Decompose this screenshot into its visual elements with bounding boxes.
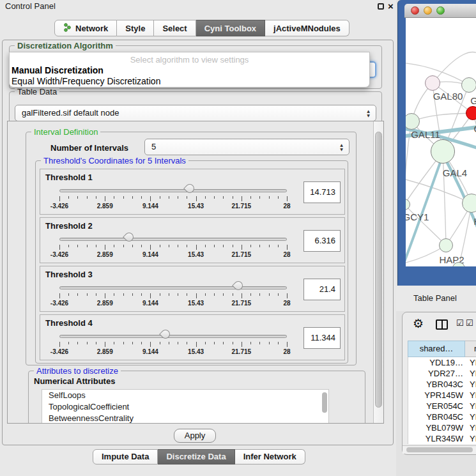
table-data-combo[interactable]: galFiltered.sif default node ▲▼: [15, 105, 376, 121]
network-node[interactable]: [466, 106, 476, 120]
checkbox-icon[interactable]: ☑: [466, 318, 473, 328]
popup-item-manual-discretization[interactable]: Manual Discretization: [12, 65, 104, 75]
tick-mark: [242, 293, 242, 298]
table-row[interactable]: YDR27…YDR2: [408, 368, 476, 379]
settings-vertical-scrollbar[interactable]: [373, 121, 383, 423]
combo-arrows-icon: ▲▼: [339, 142, 344, 151]
tab-jactivemnodules[interactable]: jActiveMNodules: [265, 20, 349, 36]
node-label: GAL11: [411, 129, 440, 140]
minimize-traffic-light-icon[interactable]: [424, 6, 432, 15]
checkbox-icon[interactable]: ☑: [456, 318, 464, 328]
tick-mark: [87, 342, 88, 344]
scrollbar-thumb[interactable]: [375, 132, 382, 408]
tick-mark: [87, 245, 88, 247]
tick-mark: [105, 245, 105, 250]
apply-button[interactable]: Apply: [174, 429, 216, 443]
tab-infer-network[interactable]: Infer Network: [235, 449, 305, 464]
network-node[interactable]: [461, 77, 476, 93]
tick-mark: [259, 196, 260, 199]
threshold-value-field[interactable]: 21.4: [303, 279, 341, 300]
tick-mark: [214, 293, 215, 296]
slider-track[interactable]: [59, 335, 287, 338]
network-canvas[interactable]: GAL80GCGAL11GAL4GCY1HHAP2: [406, 18, 476, 266]
cell-name: YDR2: [470, 368, 476, 379]
combo-value: galFiltered.sif default node: [22, 108, 119, 118]
network-node[interactable]: [439, 238, 453, 252]
table-row[interactable]: YLR345WYLR3: [408, 433, 476, 444]
threshold-value-field[interactable]: 11.344: [303, 327, 341, 349]
list-scrollbar[interactable]: [322, 392, 327, 413]
tab-style[interactable]: Style: [117, 20, 154, 36]
tick-label: -3.426: [50, 203, 68, 210]
column-header-name[interactable]: na: [465, 341, 476, 357]
threshold-value-field[interactable]: 14.713: [303, 181, 341, 203]
list-item[interactable]: BetweennessCentrality: [42, 413, 328, 424]
tick-mark: [287, 342, 288, 347]
tick-mark: [214, 196, 215, 199]
slider-thumb[interactable]: [232, 279, 245, 292]
tick-label: 28: [283, 203, 290, 210]
cell-shared-name: YBL079W: [408, 422, 463, 433]
tick-mark: [233, 342, 233, 344]
float-window-icon[interactable]: [378, 3, 384, 10]
tick-mark: [141, 196, 142, 199]
table-row[interactable]: YBL079WYBL0: [408, 422, 476, 433]
tab-select[interactable]: Select: [154, 20, 196, 36]
network-node[interactable]: [462, 194, 476, 213]
tick-mark: [269, 293, 270, 296]
number-of-intervals-combo[interactable]: 5 ▲▼: [144, 139, 349, 155]
group-title: Threshold's Coordinates for 5 Intervals: [41, 156, 188, 165]
list-item[interactable]: TopologicalCoefficient: [42, 401, 328, 413]
threshold-panel: Threshold 3-3.4262.8599.14415.4321.71528…: [40, 266, 345, 312]
network-node[interactable]: [425, 75, 440, 91]
tick-mark: [160, 196, 160, 199]
table-row[interactable]: YPR145WYPR1: [408, 390, 476, 401]
table-row[interactable]: YER054CYER0: [408, 401, 476, 411]
tab-cyni-toolbox[interactable]: Cyni Toolbox: [196, 20, 265, 36]
tick-mark: [187, 245, 187, 247]
cell-shared-name: YBR045C: [408, 411, 463, 422]
zoom-traffic-light-icon[interactable]: [436, 6, 445, 15]
table-horizontal-scrollbar[interactable]: [403, 445, 476, 454]
panel-title: Control Panel: [5, 1, 56, 11]
tick-label: 21.715: [232, 203, 252, 210]
table-row[interactable]: YDL19…YDL1: [408, 357, 476, 368]
tick-mark: [205, 293, 206, 296]
tick-mark: [87, 293, 88, 296]
list-item[interactable]: SelfLoops: [42, 390, 328, 401]
tick-label: 2.859: [97, 348, 113, 355]
tick-label: 2.859: [97, 300, 113, 307]
cell-shared-name: YDL19…: [408, 357, 463, 368]
network-node[interactable]: [431, 139, 455, 164]
table-row[interactable]: YBR043CYBR0: [408, 379, 476, 390]
tick-mark: [233, 196, 233, 199]
tick-mark: [114, 342, 114, 344]
tick-mark: [278, 245, 279, 247]
cell-shared-name: YPR145W: [408, 390, 463, 401]
slider-track[interactable]: [59, 286, 287, 289]
close-icon[interactable]: ×: [388, 1, 394, 12]
close-traffic-light-icon[interactable]: [411, 6, 419, 15]
tick-mark: [233, 293, 233, 296]
tab-network[interactable]: Network: [54, 20, 117, 36]
group-title: Interval Definition: [31, 127, 100, 137]
slider-thumb[interactable]: [184, 182, 197, 195]
popup-item-equal-width-frequency[interactable]: Equal Width/Frequency Discretization: [12, 76, 160, 86]
tab-discretize-data[interactable]: Discretize Data: [158, 449, 234, 464]
tick-mark: [178, 293, 178, 296]
slider-track[interactable]: [59, 189, 287, 192]
slider-track[interactable]: [59, 238, 287, 241]
slider-thumb[interactable]: [159, 328, 172, 341]
tick-label: 9.144: [142, 203, 158, 210]
threshold-value-field[interactable]: 6.316: [303, 230, 341, 252]
column-header-shared-name[interactable]: shared…: [408, 341, 465, 357]
table-row[interactable]: YBR045CYBR0: [408, 411, 476, 422]
numerical-attributes-list[interactable]: SelfLoopsTopologicalCoefficientBetweenne…: [42, 389, 329, 424]
columns-icon[interactable]: [436, 319, 448, 330]
scrollbar-thumb[interactable]: [406, 447, 473, 452]
network-icon: [63, 23, 72, 34]
slider-thumb[interactable]: [123, 231, 135, 243]
tick-mark: [68, 196, 69, 199]
tab-impute-data[interactable]: Impute Data: [93, 449, 158, 464]
gear-icon[interactable]: ⚙: [413, 316, 424, 330]
